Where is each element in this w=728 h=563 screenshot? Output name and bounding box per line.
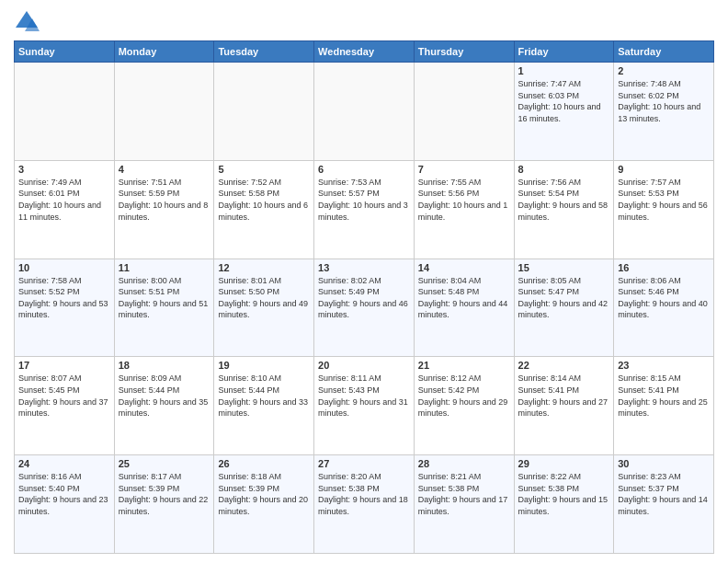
- day-info: Sunrise: 8:09 AM Sunset: 5:44 PM Dayligh…: [119, 373, 210, 419]
- day-number: 29: [518, 458, 610, 469]
- day-info: Sunrise: 7:52 AM Sunset: 5:58 PM Dayligh…: [218, 177, 310, 223]
- day-info: Sunrise: 7:48 AM Sunset: 6:02 PM Dayligh…: [618, 78, 710, 124]
- day-info: Sunrise: 7:49 AM Sunset: 6:01 PM Dayligh…: [18, 177, 110, 223]
- day-number: 2: [618, 65, 710, 76]
- calendar-cell: [314, 63, 415, 161]
- day-number: 13: [318, 262, 410, 273]
- day-info: Sunrise: 7:51 AM Sunset: 5:59 PM Dayligh…: [119, 177, 210, 223]
- day-number: 9: [618, 164, 710, 175]
- day-number: 19: [218, 360, 310, 371]
- week-row-3: 17Sunrise: 8:07 AM Sunset: 5:45 PM Dayli…: [15, 357, 714, 455]
- day-info: Sunrise: 8:00 AM Sunset: 5:51 PM Dayligh…: [119, 275, 210, 321]
- calendar-cell: 9Sunrise: 7:57 AM Sunset: 5:53 PM Daylig…: [614, 160, 714, 259]
- day-info: Sunrise: 7:55 AM Sunset: 5:56 PM Dayligh…: [418, 177, 510, 223]
- day-number: 14: [418, 262, 510, 273]
- day-info: Sunrise: 8:05 AM Sunset: 5:47 PM Dayligh…: [518, 275, 610, 321]
- logo: [14, 9, 43, 35]
- day-number: 3: [18, 164, 110, 175]
- calendar-cell: 22Sunrise: 8:14 AM Sunset: 5:41 PM Dayli…: [514, 357, 614, 455]
- calendar-cell: 24Sunrise: 8:16 AM Sunset: 5:40 PM Dayli…: [15, 455, 115, 554]
- calendar-cell: 16Sunrise: 8:06 AM Sunset: 5:46 PM Dayli…: [614, 259, 714, 357]
- day-info: Sunrise: 8:21 AM Sunset: 5:38 PM Dayligh…: [418, 471, 510, 517]
- calendar-cell: 5Sunrise: 7:52 AM Sunset: 5:58 PM Daylig…: [214, 160, 314, 259]
- calendar-cell: 14Sunrise: 8:04 AM Sunset: 5:48 PM Dayli…: [414, 259, 514, 357]
- day-number: 18: [119, 360, 210, 371]
- day-number: 25: [119, 458, 210, 469]
- day-number: 1: [518, 65, 610, 76]
- weekday-header-tuesday: Tuesday: [214, 41, 314, 63]
- header: [14, 9, 714, 35]
- day-number: 12: [218, 262, 310, 273]
- day-number: 23: [618, 360, 710, 371]
- day-info: Sunrise: 7:57 AM Sunset: 5:53 PM Dayligh…: [618, 177, 710, 223]
- calendar-cell: 28Sunrise: 8:21 AM Sunset: 5:38 PM Dayli…: [414, 455, 514, 554]
- calendar-cell: 4Sunrise: 7:51 AM Sunset: 5:59 PM Daylig…: [114, 160, 214, 259]
- day-number: 30: [618, 458, 710, 469]
- week-row-0: 1Sunrise: 7:47 AM Sunset: 6:03 PM Daylig…: [15, 63, 714, 161]
- day-number: 4: [119, 164, 210, 175]
- day-number: 10: [18, 262, 110, 273]
- calendar-cell: 13Sunrise: 8:02 AM Sunset: 5:49 PM Dayli…: [314, 259, 415, 357]
- calendar-cell: 2Sunrise: 7:48 AM Sunset: 6:02 PM Daylig…: [614, 63, 714, 161]
- day-number: 20: [318, 360, 410, 371]
- day-info: Sunrise: 8:18 AM Sunset: 5:39 PM Dayligh…: [218, 471, 310, 517]
- calendar-table: SundayMondayTuesdayWednesdayThursdayFrid…: [14, 40, 714, 554]
- week-row-1: 3Sunrise: 7:49 AM Sunset: 6:01 PM Daylig…: [15, 160, 714, 259]
- page: SundayMondayTuesdayWednesdayThursdayFrid…: [0, 0, 728, 563]
- day-info: Sunrise: 8:02 AM Sunset: 5:49 PM Dayligh…: [318, 275, 410, 321]
- day-number: 11: [119, 262, 210, 273]
- calendar-cell: 29Sunrise: 8:22 AM Sunset: 5:38 PM Dayli…: [514, 455, 614, 554]
- weekday-header-sunday: Sunday: [15, 41, 115, 63]
- calendar-cell: 27Sunrise: 8:20 AM Sunset: 5:38 PM Dayli…: [314, 455, 415, 554]
- day-info: Sunrise: 8:14 AM Sunset: 5:41 PM Dayligh…: [518, 373, 610, 419]
- calendar-cell: [15, 63, 115, 161]
- calendar-cell: [114, 63, 214, 161]
- calendar-cell: 8Sunrise: 7:56 AM Sunset: 5:54 PM Daylig…: [514, 160, 614, 259]
- day-info: Sunrise: 8:12 AM Sunset: 5:42 PM Dayligh…: [418, 373, 510, 419]
- day-info: Sunrise: 8:15 AM Sunset: 5:41 PM Dayligh…: [618, 373, 710, 419]
- day-info: Sunrise: 8:07 AM Sunset: 5:45 PM Dayligh…: [18, 373, 110, 419]
- day-info: Sunrise: 8:11 AM Sunset: 5:43 PM Dayligh…: [318, 373, 410, 419]
- weekday-header-wednesday: Wednesday: [314, 41, 415, 63]
- day-number: 27: [318, 458, 410, 469]
- weekday-header-monday: Monday: [114, 41, 214, 63]
- calendar-cell: 10Sunrise: 7:58 AM Sunset: 5:52 PM Dayli…: [15, 259, 115, 357]
- calendar-cell: 21Sunrise: 8:12 AM Sunset: 5:42 PM Dayli…: [414, 357, 514, 455]
- day-info: Sunrise: 8:04 AM Sunset: 5:48 PM Dayligh…: [418, 275, 510, 321]
- day-info: Sunrise: 8:23 AM Sunset: 5:37 PM Dayligh…: [618, 471, 710, 517]
- calendar-cell: [214, 63, 314, 161]
- day-number: 7: [418, 164, 510, 175]
- day-info: Sunrise: 7:47 AM Sunset: 6:03 PM Dayligh…: [518, 78, 610, 124]
- day-info: Sunrise: 8:06 AM Sunset: 5:46 PM Dayligh…: [618, 275, 710, 321]
- day-info: Sunrise: 7:58 AM Sunset: 5:52 PM Dayligh…: [18, 275, 110, 321]
- calendar-cell: 15Sunrise: 8:05 AM Sunset: 5:47 PM Dayli…: [514, 259, 614, 357]
- day-info: Sunrise: 7:56 AM Sunset: 5:54 PM Dayligh…: [518, 177, 610, 223]
- day-info: Sunrise: 8:16 AM Sunset: 5:40 PM Dayligh…: [18, 471, 110, 517]
- calendar-cell: 30Sunrise: 8:23 AM Sunset: 5:37 PM Dayli…: [614, 455, 714, 554]
- calendar-cell: 12Sunrise: 8:01 AM Sunset: 5:50 PM Dayli…: [214, 259, 314, 357]
- weekday-header-friday: Friday: [514, 41, 614, 63]
- calendar-cell: 25Sunrise: 8:17 AM Sunset: 5:39 PM Dayli…: [114, 455, 214, 554]
- calendar-cell: 3Sunrise: 7:49 AM Sunset: 6:01 PM Daylig…: [15, 160, 115, 259]
- day-info: Sunrise: 8:10 AM Sunset: 5:44 PM Dayligh…: [218, 373, 310, 419]
- calendar-cell: 26Sunrise: 8:18 AM Sunset: 5:39 PM Dayli…: [214, 455, 314, 554]
- calendar-cell: [414, 63, 514, 161]
- day-number: 15: [518, 262, 610, 273]
- day-number: 22: [518, 360, 610, 371]
- day-info: Sunrise: 8:01 AM Sunset: 5:50 PM Dayligh…: [218, 275, 310, 321]
- calendar-cell: 19Sunrise: 8:10 AM Sunset: 5:44 PM Dayli…: [214, 357, 314, 455]
- week-row-4: 24Sunrise: 8:16 AM Sunset: 5:40 PM Dayli…: [15, 455, 714, 554]
- logo-icon: [14, 9, 40, 35]
- calendar-cell: 23Sunrise: 8:15 AM Sunset: 5:41 PM Dayli…: [614, 357, 714, 455]
- calendar-cell: 7Sunrise: 7:55 AM Sunset: 5:56 PM Daylig…: [414, 160, 514, 259]
- day-number: 26: [218, 458, 310, 469]
- weekday-header-thursday: Thursday: [414, 41, 514, 63]
- calendar-cell: 11Sunrise: 8:00 AM Sunset: 5:51 PM Dayli…: [114, 259, 214, 357]
- calendar-cell: 6Sunrise: 7:53 AM Sunset: 5:57 PM Daylig…: [314, 160, 415, 259]
- day-info: Sunrise: 8:17 AM Sunset: 5:39 PM Dayligh…: [119, 471, 210, 517]
- day-info: Sunrise: 8:22 AM Sunset: 5:38 PM Dayligh…: [518, 471, 610, 517]
- day-number: 8: [518, 164, 610, 175]
- calendar-cell: 1Sunrise: 7:47 AM Sunset: 6:03 PM Daylig…: [514, 63, 614, 161]
- calendar-cell: 18Sunrise: 8:09 AM Sunset: 5:44 PM Dayli…: [114, 357, 214, 455]
- week-row-2: 10Sunrise: 7:58 AM Sunset: 5:52 PM Dayli…: [15, 259, 714, 357]
